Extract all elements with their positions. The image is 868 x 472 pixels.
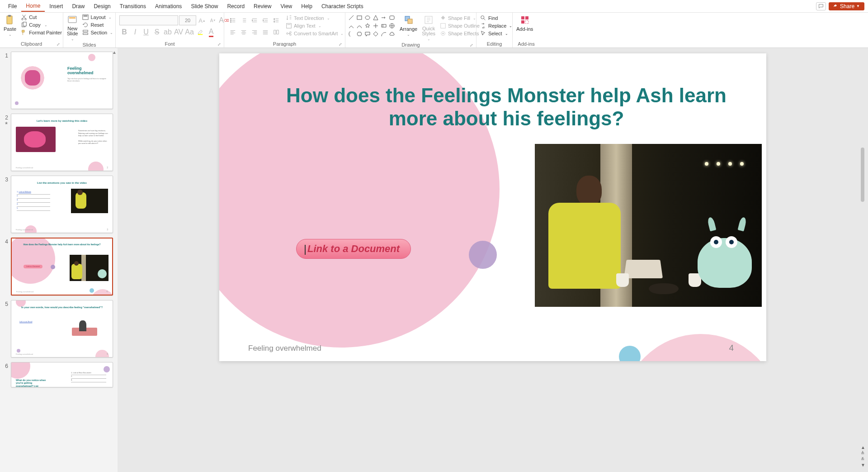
shape-brace-icon[interactable] [348, 31, 354, 37]
shape-connector-icon[interactable] [348, 23, 354, 29]
find-button[interactable]: Find [478, 14, 514, 22]
increase-indent-icon[interactable] [260, 15, 270, 25]
section-button[interactable]: Section⌄ [80, 29, 115, 36]
copy-button[interactable]: Copy⌄ [19, 21, 64, 29]
increase-font-icon[interactable]: A▲ [197, 15, 207, 25]
convert-smartart-button[interactable]: Convert to SmartArt⌄ [284, 30, 345, 37]
strikethrough-icon[interactable]: S [152, 27, 162, 37]
replace-button[interactable]: Replace⌄ [478, 22, 514, 29]
prev-slide-icon[interactable]: ▲ [861, 445, 865, 450]
svg-point-30 [481, 16, 484, 19]
shape-star-icon[interactable] [364, 23, 371, 29]
align-left-icon[interactable] [228, 27, 238, 37]
drawing-launcher-icon[interactable]: ⤢ [470, 43, 473, 48]
align-center-icon[interactable] [239, 27, 249, 37]
decrease-font-icon[interactable]: A▼ [208, 15, 218, 25]
share-button[interactable]: Share ▼ [829, 2, 864, 10]
font-launcher-icon[interactable]: ⤢ [217, 42, 221, 47]
decrease-indent-icon[interactable] [250, 15, 259, 25]
shape-arc-icon[interactable] [381, 31, 387, 37]
shape-rect-icon[interactable] [356, 14, 363, 21]
numbering-icon[interactable] [239, 15, 249, 25]
shape-hexagon-icon[interactable] [356, 31, 363, 37]
slide-thumb-5[interactable]: 5 In your own words, how would you descr… [0, 300, 116, 358]
prev-slide-double-icon[interactable]: ≜ [861, 451, 865, 456]
shape-more2-icon[interactable] [381, 23, 387, 29]
next-slide-double-icon[interactable]: ≚ [861, 457, 865, 462]
character-spacing-icon[interactable]: AV [174, 27, 184, 37]
align-right-icon[interactable] [250, 27, 259, 37]
slide-thumb-1[interactable]: 1 Feeling overwhelmed Tap into how you'r… [0, 52, 116, 109]
layout-button[interactable]: Layout⌄ [80, 14, 115, 21]
next-slide-icon[interactable]: ▼ [861, 462, 865, 467]
change-case-icon[interactable]: Aa [184, 27, 194, 37]
slide-thumb-2[interactable]: 2★ Let's learn more by watching this vid… [0, 114, 116, 171]
slide-thumb-4[interactable]: 4 How does the Feelings Monster help Ash… [0, 238, 116, 295]
shape-curve-icon[interactable] [356, 23, 363, 29]
justify-icon[interactable] [260, 27, 270, 37]
shape-more3-icon[interactable] [389, 23, 395, 29]
tab-record[interactable]: Record [222, 1, 249, 11]
tab-transitions[interactable]: Transitions [115, 1, 151, 11]
shape-arrow-icon[interactable] [381, 14, 387, 21]
shape-line-icon[interactable] [348, 14, 354, 21]
align-text-button[interactable]: Align Text⌄ [284, 22, 345, 29]
slide-thumbnails-panel[interactable]: ▲ 1 Feeling overwhelmed Tap into how you… [0, 48, 118, 472]
highlight-icon[interactable] [195, 27, 205, 37]
shape-cloud-icon[interactable] [389, 31, 395, 37]
paragraph-launcher-icon[interactable]: ⤢ [339, 42, 342, 47]
text-direction-button[interactable]: Text Direction⌄ [284, 14, 345, 22]
svg-rect-22 [390, 16, 394, 19]
underline-icon[interactable]: U [141, 27, 151, 37]
italic-icon[interactable]: I [130, 27, 140, 37]
tab-character-scripts[interactable]: Character Scripts [317, 1, 368, 11]
clipboard-launcher-icon[interactable]: ⤢ [57, 42, 60, 47]
svg-rect-25 [408, 19, 412, 24]
slide-thumb-6[interactable]: 6 What do you notice when you're getting… [0, 362, 116, 387]
shapes-gallery[interactable] [347, 14, 397, 39]
tab-animations[interactable]: Animations [151, 1, 186, 11]
arrange-button[interactable]: Arrange⌄ [398, 14, 419, 38]
tab-review[interactable]: Review [249, 1, 276, 11]
slide-canvas-area[interactable]: How does the Feelings Monster help Ash l… [118, 48, 868, 472]
vertical-scrollbar[interactable] [859, 57, 866, 445]
decorative-circle-blue [619, 346, 641, 361]
tab-view[interactable]: View [276, 1, 297, 11]
addins-button[interactable]: Add-ins [514, 14, 535, 33]
columns-icon[interactable] [271, 27, 281, 37]
shape-diamond-icon[interactable] [373, 31, 379, 37]
shape-roundrect-icon[interactable] [389, 14, 395, 21]
paste-button[interactable]: Paste ⌄ [2, 14, 18, 38]
svg-rect-1 [8, 15, 11, 17]
bold-icon[interactable]: B [119, 27, 129, 37]
select-button[interactable]: Select⌄ [478, 30, 514, 37]
font-family-combo[interactable] [119, 15, 178, 25]
tab-draw[interactable]: Draw [67, 1, 89, 11]
slide-title[interactable]: How does the Feelings Monster help Ash l… [269, 84, 744, 130]
bullets-icon[interactable] [228, 15, 238, 25]
tab-design[interactable]: Design [89, 1, 115, 11]
format-painter-button[interactable]: Format Painter [19, 29, 64, 36]
shape-triangle-icon[interactable] [373, 14, 379, 21]
quick-styles-button[interactable]: Quick Styles⌄ [420, 14, 437, 42]
slide-thumb-3[interactable]: 3 List the emotions you saw in the video… [0, 176, 116, 233]
comments-button[interactable] [816, 2, 826, 10]
font-size-combo[interactable] [179, 15, 196, 25]
new-slide-button[interactable]: New Slide ⌄ [65, 14, 80, 42]
shape-callout-icon[interactable] [364, 31, 371, 37]
tab-insert[interactable]: Insert [45, 1, 67, 11]
shape-oval-icon[interactable] [364, 14, 371, 21]
font-color-icon[interactable]: A [206, 27, 216, 37]
tab-slideshow[interactable]: Slide Show [186, 1, 222, 11]
reset-button[interactable]: Reset [80, 21, 115, 29]
tab-help[interactable]: Help [297, 1, 317, 11]
shape-more1-icon[interactable] [373, 23, 379, 29]
link-to-document-button[interactable]: Link to a Document [296, 239, 411, 259]
cut-button[interactable]: Cut [19, 14, 64, 21]
tab-home[interactable]: Home [21, 1, 45, 12]
slide[interactable]: How does the Feelings Monster help Ash l… [219, 53, 766, 361]
slide-image[interactable] [535, 144, 762, 307]
text-shadow-icon[interactable]: ab [163, 27, 173, 37]
line-spacing-icon[interactable] [271, 15, 281, 25]
tab-file[interactable]: File [4, 1, 21, 11]
